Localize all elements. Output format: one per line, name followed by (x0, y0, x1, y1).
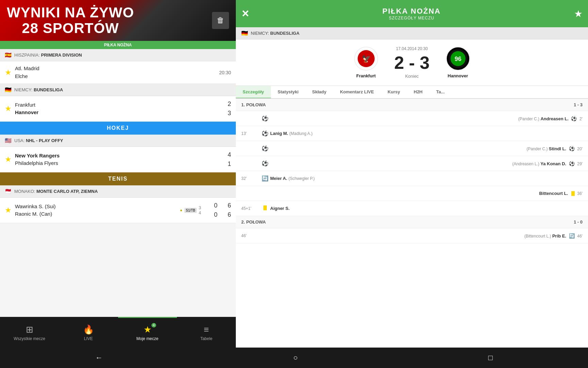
frankfurt-score: 2 3 (221, 99, 231, 118)
match-row-nhl[interactable]: ★ New York Rangers Philadelphia Flyers 4… (0, 147, 236, 172)
category-header-spain: 🇪🇸 HISZPAINIA: PRIMERA DIVISION (0, 49, 236, 61)
half1-score: 1 - 3 (574, 102, 583, 107)
serve-indicator: ● (180, 208, 182, 213)
assist-text: (Pander C.) (518, 117, 540, 121)
spain-flag: 🇪🇸 (5, 52, 12, 58)
scorecard-icon: ⊞ (26, 324, 33, 335)
nhl-score: 4 1 (221, 150, 231, 169)
bittencourt-minute: 36' (577, 191, 583, 196)
yakonan-minute: 29' (577, 162, 583, 166)
events-list[interactable]: 1. POŁOWA 1 - 3 ⚽ (Pander C.) Andreasen … (236, 99, 588, 348)
raonic-name: Raonic M. (Can) (15, 210, 177, 218)
tab-szczegoly[interactable]: Szczegóły (236, 86, 271, 99)
favorite-button-tennis[interactable]: ★ (5, 206, 12, 215)
minute: 2' (579, 117, 583, 121)
tennis-score: 0 0 (207, 201, 217, 219)
favorite-button-nhl[interactable]: ★ (5, 155, 12, 164)
nav-tabele-label: Tabele (200, 336, 212, 341)
sub-icon-meier: 🔄 (260, 175, 270, 182)
hannover-label: Hannover (446, 73, 470, 78)
moje-star-wrapper: ★ 4 (144, 324, 151, 335)
yakonan-icon: ⚽ (260, 160, 270, 167)
right-header-title: PIŁKA NOŻNA SZCZEGÓŁY MECZU (382, 7, 441, 20)
nav-moje[interactable]: ★ 4 Moje mecze (118, 317, 177, 348)
match-score-main: 2 - 3 (385, 54, 439, 72)
tennis-divider: TENIS (0, 172, 236, 185)
event-time-prib: 46' (241, 233, 260, 238)
right-panel: ✕ PIŁKA NOŻNA SZCZEGÓŁY MECZU ★ 🇩🇪 NIEMC… (236, 0, 588, 348)
aigner-name: Aigner S. (270, 206, 290, 211)
category-header-tennis: 🇲🇨 MONAKO: MONTE CARLO ATP, ZIEMNA (0, 185, 236, 198)
tab-sklady[interactable]: Składy (305, 86, 333, 99)
event-bittencourt-card: Bittencourt L. 36' (236, 186, 588, 201)
nav-wszystkie[interactable]: ⊞ Wszystkie mecze (0, 317, 59, 348)
detail-tabs: Szczegóły Statystyki Składy Komentarz LI… (236, 86, 588, 99)
event-desc-aigner: Aigner S. (270, 206, 426, 211)
hannover-name: Hannover (15, 109, 217, 117)
recent-button[interactable]: □ (488, 353, 493, 362)
nav-wszystkie-label: Wszystkie mecze (14, 336, 45, 341)
tab-h2h[interactable]: H2H (407, 86, 429, 99)
sets-scores: 3 4 (199, 205, 201, 215)
match-row-tennis[interactable]: ★ Wawrinka S. (Sui) Raonic M. (Can) ● S1… (0, 198, 236, 223)
match-row-frankfurt[interactable]: ★ Frankfurt Hannover 2 3 (0, 96, 236, 122)
yakonan-assist: (Andreasen L.) (512, 162, 541, 166)
nav-live[interactable]: 🔥 LIVE (59, 317, 118, 348)
event-desc-lanig: Lanig M. (Madlung A.) (270, 131, 426, 136)
match-date: 17.04.2014 20:30 (385, 46, 439, 51)
rangers-name: New York Rangers (15, 152, 217, 160)
half2-score: 1 - 0 (574, 219, 583, 225)
hockey-divider: HOKEJ (0, 122, 236, 135)
match-time: 20:30 (211, 70, 231, 75)
fire-icon: 🔥 (83, 324, 94, 335)
favorite-button-frankfurt[interactable]: ★ (5, 104, 12, 113)
player-name: Andreasen L. (540, 116, 568, 121)
stindl-ball-icon: ⚽ (260, 145, 270, 152)
category-header-germany: 🇩🇪 NIEMCY: BUNDESLIGA (0, 84, 236, 96)
tab-kursy[interactable]: Kursy (381, 86, 407, 99)
event-right-prib: (Bittencourt L.) Prib E. 🔄 46' (426, 233, 583, 239)
prib-assist: (Bittencourt L.) (524, 234, 552, 239)
team1-name: Atl. Madrid (15, 65, 207, 73)
s1tb-badge: S1/TB (184, 208, 197, 213)
match-detail-header: 🦅 Frankfurt 17.04.2014 20:30 2 - 3 Konie… (236, 40, 588, 86)
half2-header: 2. POŁOWA 1 - 0 (236, 216, 588, 228)
frankfurt-logo: 🦅 (354, 47, 378, 71)
android-nav: ← ○ □ (0, 348, 588, 368)
meier-name: Meier A. (270, 176, 287, 181)
half1-header: 1. POŁOWA 1 - 3 (236, 99, 588, 111)
event-time-meier: 32' (241, 176, 260, 181)
banner: WYNIKI NA ŻYWO 28 SPORTÓW 🗑 (0, 0, 236, 41)
tab-ta[interactable]: Ta... (429, 86, 452, 99)
event-aigner: 45+1' Aigner S. (236, 201, 588, 216)
frankfurt-name: Frankfurt (15, 101, 217, 109)
table-icon: ≡ (204, 324, 209, 335)
yakonan-name: Ya Konan D. (540, 161, 566, 166)
tab-komentarz[interactable]: Komentarz LIVE (333, 86, 381, 99)
event-stindl: ⚽ (Pander C.) Stindl L. ⚽ 20' (236, 141, 588, 156)
match-teams: Atl. Madrid Elche (15, 65, 207, 80)
favorite-star-button[interactable]: ★ (574, 8, 583, 19)
hannover-logo: 96 (446, 47, 470, 71)
home-button[interactable]: ○ (293, 353, 298, 362)
match-list[interactable]: 🇪🇸 HISZPAINIA: PRIMERA DIVISION ★ Atl. M… (0, 49, 236, 317)
close-button[interactable]: ✕ (241, 8, 249, 19)
half1-label: 1. POŁOWA (241, 102, 266, 107)
event-prib: 46' (Bittencourt L.) Prib E. 🔄 46' (236, 228, 588, 243)
nav-live-label: LIVE (84, 336, 93, 341)
favorite-button[interactable]: ★ (5, 68, 12, 77)
league-header: 🇩🇪 NIEMCY: BUNDESLIGA (236, 27, 588, 40)
frankfurt-label: Frankfurt (354, 73, 378, 78)
tab-statystyki[interactable]: Statystyki (271, 86, 305, 99)
match-status: Koniec (385, 74, 439, 79)
back-button[interactable]: ← (95, 353, 103, 362)
svg-text:96: 96 (454, 56, 461, 62)
score-separator: - (409, 53, 420, 73)
nav-moje-label: Moje mecze (136, 336, 159, 341)
match-row-atletico[interactable]: ★ Atl. Madrid Elche 20:30 (0, 61, 236, 84)
team2-name: Elche (15, 73, 207, 80)
event-right-yakonan: (Andreasen L.) Ya Konan D. ⚽ 29' (426, 161, 583, 166)
trash-button[interactable]: 🗑 (212, 12, 229, 29)
tennis-label: MONAKO: MONTE CARLO ATP, ZIEMNA (14, 189, 98, 194)
nav-tabele[interactable]: ≡ Tabele (177, 317, 236, 348)
